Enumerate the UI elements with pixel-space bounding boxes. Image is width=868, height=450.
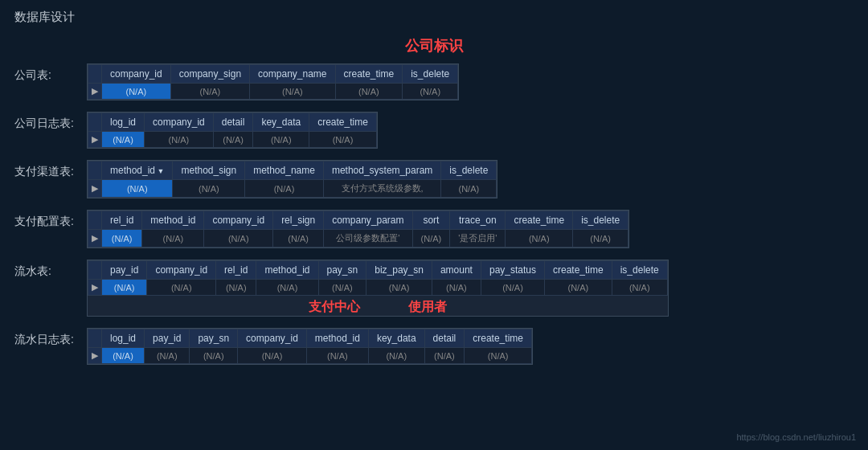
col-header-1-1: company_id: [145, 113, 214, 132]
col-header-5-4: method_id: [306, 329, 368, 348]
cell-2-0: (N/A): [102, 180, 173, 198]
cell-4-5: (N/A): [366, 280, 432, 296]
db-table-2: method_idmethod_signmethod_namemethod_sy…: [88, 161, 497, 198]
col-header-5-6: detail: [424, 329, 465, 348]
row-arrow-4: ▶: [88, 280, 102, 296]
col-header-1-2: detail: [213, 113, 253, 132]
col-header-1-4: create_time: [309, 113, 377, 132]
cell-5-4: (N/A): [306, 348, 368, 364]
cell-2-3: 支付方式系统级参数,: [323, 180, 440, 198]
table-section-5: 流水日志表:log_idpay_idpay_sncompany_idmethod…: [14, 328, 854, 365]
col-header-3-1: method_id: [142, 211, 204, 230]
cell-5-3: (N/A): [238, 348, 307, 364]
col-header-3-4: company_param: [324, 211, 412, 230]
cell-1-0: (N/A): [102, 132, 145, 148]
col-header-5-7: create_time: [465, 329, 532, 348]
cell-3-8: (N/A): [573, 230, 628, 248]
col-header-3-5: sort: [412, 211, 450, 230]
col-header-0-1: company_sign: [170, 65, 249, 84]
cell-1-2: (N/A): [213, 132, 253, 148]
col-header-4-7: pay_status: [481, 261, 544, 280]
table-section-2: 支付渠道表:method_idmethod_signmethod_namemet…: [14, 160, 854, 198]
col-header-1-0: log_id: [102, 113, 145, 132]
col-header-4-5: biz_pay_sn: [366, 261, 432, 280]
section-label-5: 流水日志表:: [14, 328, 87, 347]
row-arrow-3: ▶: [88, 230, 102, 248]
cell-4-7: (N/A): [481, 280, 544, 296]
cell-3-6: '是否启用': [450, 230, 506, 248]
cell-3-3: (N/A): [273, 230, 324, 248]
cell-5-7: (N/A): [465, 348, 532, 364]
col-header-4-4: pay_sn: [318, 261, 366, 280]
row-arrow-2: ▶: [88, 180, 102, 198]
cell-4-0: (N/A): [102, 280, 147, 296]
cell-4-2: (N/A): [216, 280, 256, 296]
table-section-1: 公司日志表:log_idcompany_iddetailkey_datacrea…: [14, 112, 854, 149]
col-header-0-4: is_delete: [403, 65, 458, 84]
db-table-wrapper-4: pay_idcompany_idrel_idmethod_idpay_snbiz…: [87, 260, 669, 317]
col-header-3-2: company_id: [204, 211, 273, 230]
col-header-1-3: key_data: [253, 113, 309, 132]
cell-3-1: (N/A): [142, 230, 204, 248]
col-header-2-1: method_sign: [173, 162, 245, 180]
table-section-0: 公司表:company_idcompany_signcompany_namecr…: [14, 63, 854, 100]
col-header-4-6: amount: [432, 261, 481, 280]
cell-2-2: (N/A): [245, 180, 324, 198]
col-header-4-9: is_delete: [612, 261, 667, 280]
col-header-5-3: company_id: [238, 329, 307, 348]
center-label-sm-4-1: 使用者: [408, 299, 447, 316]
cell-5-5: (N/A): [368, 348, 424, 364]
cell-3-4: 公司级参数配置': [324, 230, 412, 248]
cell-3-5: (N/A): [412, 230, 450, 248]
row-arrow-1: ▶: [88, 132, 102, 148]
cell-5-2: (N/A): [190, 348, 238, 364]
cell-5-6: (N/A): [424, 348, 465, 364]
section-label-2: 支付渠道表:: [14, 160, 87, 179]
col-header-4-3: method_id: [256, 261, 318, 280]
cell-0-2: (N/A): [250, 84, 335, 100]
col-header-2-4: is_delete: [441, 162, 497, 180]
col-header-3-0: rel_id: [102, 211, 142, 230]
cell-4-4: (N/A): [318, 280, 366, 296]
cell-2-4: (N/A): [441, 180, 497, 198]
db-table-wrapper-1: log_idcompany_iddetailkey_datacreate_tim…: [87, 112, 378, 149]
row-arrow-0: ▶: [88, 84, 102, 100]
db-table-0: company_idcompany_signcompany_namecreate…: [88, 64, 458, 100]
cell-3-7: (N/A): [506, 230, 573, 248]
section-label-3: 支付配置表:: [14, 210, 87, 229]
cell-4-6: (N/A): [432, 280, 481, 296]
cell-1-1: (N/A): [145, 132, 214, 148]
col-header-4-8: create_time: [545, 261, 612, 280]
section-label-1: 公司日志表:: [14, 112, 87, 131]
col-header-4-1: company_id: [147, 261, 216, 280]
table-section-4: 流水表:pay_idcompany_idrel_idmethod_idpay_s…: [14, 260, 854, 317]
cell-0-0: (N/A): [102, 84, 171, 100]
col-header-3-3: rel_sign: [273, 211, 324, 230]
col-header-2-0: method_id: [102, 162, 173, 180]
cell-5-0: (N/A): [102, 348, 145, 364]
col-header-3-8: is_delete: [573, 211, 628, 230]
cell-4-3: (N/A): [256, 280, 318, 296]
center-label-sm-4-0: 支付中心: [309, 299, 360, 316]
db-table-1: log_idcompany_iddetailkey_datacreate_tim…: [88, 112, 377, 148]
cell-1-3: (N/A): [253, 132, 309, 148]
col-header-5-1: pay_id: [145, 329, 190, 348]
cell-1-4: (N/A): [309, 132, 377, 148]
page-title: 数据库设计: [14, 10, 854, 25]
db-table-wrapper-0: company_idcompany_signcompany_namecreate…: [87, 63, 459, 100]
cell-4-9: (N/A): [612, 280, 667, 296]
cell-0-1: (N/A): [170, 84, 249, 100]
col-header-5-5: key_data: [368, 329, 424, 348]
col-header-4-2: rel_id: [216, 261, 256, 280]
col-header-4-0: pay_id: [102, 261, 147, 280]
col-header-3-6: trace_on: [450, 211, 506, 230]
col-header-0-0: company_id: [102, 65, 171, 84]
col-header-3-7: create_time: [506, 211, 573, 230]
db-table-wrapper-2: method_idmethod_signmethod_namemethod_sy…: [87, 160, 497, 198]
cell-0-4: (N/A): [403, 84, 458, 100]
col-header-0-2: company_name: [250, 65, 335, 84]
cell-0-3: (N/A): [335, 84, 403, 100]
table-section-3: 支付配置表:rel_idmethod_idcompany_idrel_signc…: [14, 210, 854, 248]
section-label-0: 公司表:: [14, 63, 87, 83]
cell-4-1: (N/A): [147, 280, 216, 296]
